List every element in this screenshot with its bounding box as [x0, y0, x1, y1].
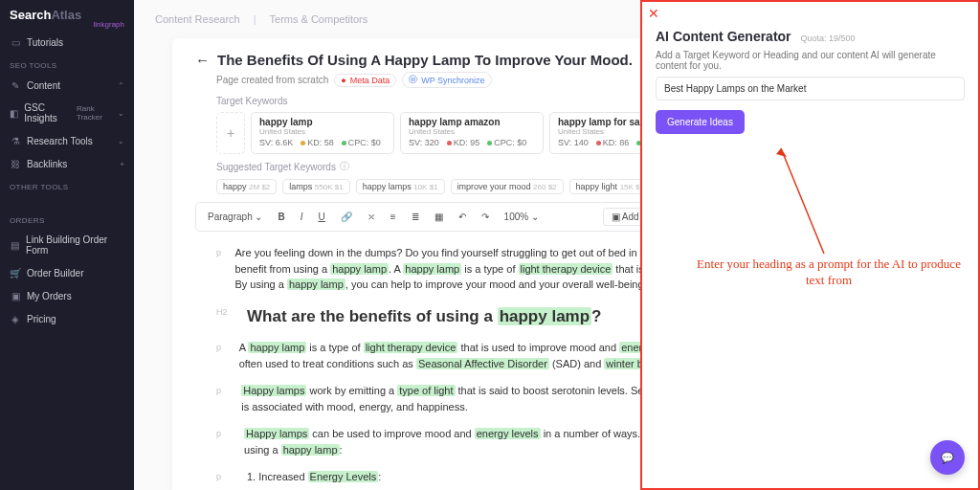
chevron-up-icon: ⌃	[118, 81, 124, 90]
back-arrow-icon[interactable]: ←	[195, 52, 210, 68]
section-other-tools: OTHER TOOLS	[0, 175, 134, 195]
zoom-select[interactable]: 100% ⌄	[501, 210, 543, 224]
nav-content[interactable]: ✎Content⌃	[0, 74, 134, 97]
nav-order-builder[interactable]: 🛒Order Builder	[0, 261, 134, 284]
annotation-text: Enter your heading as a prompt for the A…	[690, 256, 968, 289]
doc-title: The Benefits Of Using A Happy Lamp To Im…	[217, 52, 633, 68]
breadcrumb-a[interactable]: Content Research	[155, 13, 240, 25]
nav-backlinks-label: Backlinks	[27, 159, 67, 169]
chevron-down-icon: ⌄	[118, 109, 124, 118]
section-seo-tools: SEO TOOLS	[0, 54, 134, 74]
flask-icon: ⚗	[10, 135, 21, 146]
suggested-kw-label: Suggested Target Keywords	[216, 162, 336, 172]
table-button[interactable]: ▦	[431, 210, 447, 224]
form-icon: ▤	[10, 239, 20, 251]
nav-tutorials[interactable]: ▭Tutorials	[0, 31, 134, 54]
ai-title: AI Content Generator	[656, 29, 791, 44]
chart-icon: ◧	[10, 107, 18, 119]
nav-order-builder-label: Order Builder	[27, 268, 83, 278]
svg-line-0	[781, 148, 824, 254]
chat-bubble-button[interactable]: 💬	[930, 440, 965, 475]
nav-link-building-label: Link Building Order Form	[26, 234, 124, 256]
link-button[interactable]: 🔗	[337, 210, 356, 224]
unlink-button[interactable]: ⤫	[364, 210, 379, 224]
para-select[interactable]: Paragraph ⌄	[204, 210, 266, 224]
chip[interactable]: happy lamps 10K $1	[356, 179, 445, 194]
kw-card[interactable]: happy lampUnited States SV: 6.6KKD: 58CP…	[251, 112, 394, 154]
bag-icon: ▣	[10, 290, 21, 301]
chip[interactable]: happy 2M $2	[216, 179, 277, 194]
scratch-label: Page created from scratch	[216, 75, 328, 85]
ol-button[interactable]: ≡	[387, 210, 400, 224]
chat-icon: 💬	[941, 452, 954, 464]
doc-icon: ✎	[10, 79, 21, 91]
chevron-down-icon: ⌄	[118, 137, 124, 145]
nav-content-label: Content	[27, 80, 60, 91]
kw-card[interactable]: happy lamp amazonUnited States SV: 320KD…	[400, 112, 544, 154]
italic-button[interactable]: I	[297, 210, 307, 224]
nav-pricing-label: Pricing	[27, 314, 56, 324]
brand-a: Search	[10, 8, 51, 22]
block-tag: p	[216, 340, 228, 371]
ai-keyword-input[interactable]	[656, 77, 965, 100]
link-icon: ⛓	[10, 158, 21, 169]
nav-research[interactable]: ⚗Research Tools⌄	[0, 129, 134, 152]
underline-button[interactable]: U	[315, 210, 329, 224]
nav-pricing[interactable]: ◈Pricing	[0, 307, 134, 330]
nav-backlinks[interactable]: ⛓Backlinks+	[0, 152, 134, 175]
chip[interactable]: improve your mood 260 $2	[451, 179, 564, 194]
block-tag: p	[216, 469, 235, 485]
breadcrumb-sep: |	[254, 13, 256, 25]
cart-icon: 🛒	[10, 267, 21, 278]
add-keyword-button[interactable]: +	[216, 112, 245, 154]
undo-button[interactable]: ↶	[455, 210, 470, 224]
block-tag: H2	[216, 304, 235, 329]
section-orders: ORDERS	[0, 209, 134, 229]
book-icon: ▭	[10, 36, 21, 48]
nav-gsc-mini: Rank Tracker	[77, 104, 112, 122]
wp-badge[interactable]: ⓦWP Synchronize	[402, 72, 491, 88]
nav-my-orders-label: My Orders	[27, 291, 72, 301]
brand: SearchAtlas linkgraph	[0, 0, 134, 31]
ai-quota: Quota: 19/500	[801, 33, 856, 43]
chip[interactable]: happy light 15K $1	[569, 179, 651, 194]
svg-marker-1	[776, 148, 787, 157]
info-icon[interactable]: ⓘ	[340, 160, 349, 173]
nav-my-orders[interactable]: ▣My Orders	[0, 284, 134, 307]
chip[interactable]: lamps 550K $1	[282, 179, 349, 194]
nav-gsc[interactable]: ◧GSC InsightsRank Tracker⌄	[0, 97, 134, 129]
nav-tutorials-label: Tutorials	[27, 37, 63, 48]
close-icon[interactable]: ✕	[648, 6, 659, 21]
sidebar: SearchAtlas linkgraph ▭Tutorials SEO TOO…	[0, 0, 134, 490]
plus-icon: +	[120, 160, 124, 168]
annotation-arrow	[771, 144, 838, 258]
ai-desc: Add a Target Keyword or Heading and our …	[656, 50, 965, 71]
alert-icon: ●	[341, 76, 345, 85]
nav-research-label: Research Tools	[27, 136, 93, 146]
block-tag: p	[216, 245, 223, 293]
bold-button[interactable]: B	[274, 210, 288, 224]
block-tag: p	[216, 426, 233, 457]
ai-panel: ✕ AI Content Generator Quota: 19/500 Add…	[640, 0, 980, 490]
ul-button[interactable]: ≣	[408, 210, 423, 224]
image-icon: ▣	[612, 212, 620, 222]
generate-ideas-button[interactable]: Generate Ideas	[656, 110, 745, 134]
wp-icon: ⓦ	[409, 74, 417, 86]
redo-button[interactable]: ↷	[478, 210, 493, 224]
tag-icon: ◈	[10, 313, 21, 324]
breadcrumb-b[interactable]: Terms & Competitors	[270, 13, 368, 25]
meta-badge[interactable]: ●Meta Data	[334, 74, 396, 87]
nav-gsc-label: GSC Insights	[24, 102, 68, 123]
brand-b: Atlas	[51, 8, 81, 22]
block-tag: p	[216, 383, 230, 414]
nav-link-building[interactable]: ▤Link Building Order Form	[0, 229, 134, 261]
